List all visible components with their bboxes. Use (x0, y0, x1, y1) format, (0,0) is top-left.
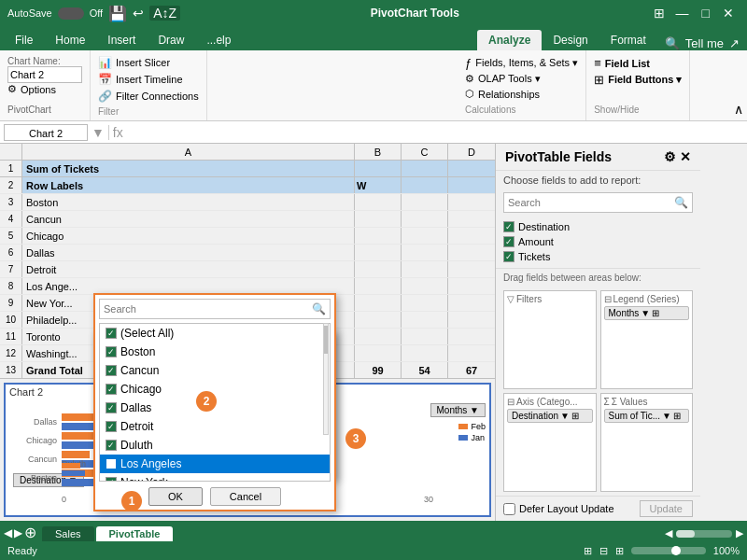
tab-file[interactable]: File (4, 30, 44, 50)
add-sheet-btn[interactable]: ⊕ (24, 524, 36, 541)
save-icon[interactable]: 💾 (108, 5, 127, 22)
pivot-close-icon[interactable]: ✕ (680, 149, 691, 164)
pivot-legend-area[interactable]: ⊟ Legend (Series) Months ▼ ⊞ (600, 290, 694, 389)
filter-newyork[interactable]: ✓ New York (100, 473, 330, 482)
defer-checkbox-group[interactable]: Defer Layout Update (503, 503, 614, 515)
pivot-check-tickets[interactable]: ✓ (503, 251, 514, 262)
destination-item-dropdown[interactable]: ▼ (560, 411, 570, 421)
tab-format[interactable]: Format (599, 30, 657, 50)
close-btn[interactable]: ✕ (717, 6, 740, 21)
pivot-values-area[interactable]: Σ Σ Values Sum of Tic... ▼ ⊞ (600, 393, 694, 492)
destination-item-label: Destination (512, 411, 558, 421)
pivot-axis-area[interactable]: ⊟ Axis (Catego... Destination ▼ ⊞ (503, 393, 597, 492)
hscroll-right[interactable]: ▶ (736, 527, 743, 539)
name-box[interactable]: Chart 2 (4, 124, 88, 141)
months-dropdown-icon[interactable]: ▼ (641, 308, 650, 318)
maximize-btn[interactable]: □ (697, 6, 715, 21)
pivot-check-amount[interactable]: ✓ (503, 236, 514, 247)
hscroll-left[interactable]: ◀ (665, 527, 672, 539)
field-list-btn[interactable]: ≡ Field List (594, 56, 682, 70)
pivot-field-destination[interactable]: ✓ Destination (503, 219, 693, 234)
insert-timeline-btn[interactable]: 📅 Insert Timeline (98, 73, 199, 86)
filter-ok-btn[interactable]: OK (148, 487, 203, 506)
months-filter-btn[interactable]: Months ▼ (430, 403, 486, 417)
cell-1a[interactable]: Sum of Tickets (22, 161, 355, 176)
olap-tools-btn[interactable]: ⚙ OLAP Tools ▾ (465, 73, 578, 85)
tab-design[interactable]: Design (542, 30, 599, 50)
pivot-destination-item[interactable]: Destination ▼ ⊞ (507, 409, 593, 423)
formula-expand-icon[interactable]: ▼ (92, 125, 105, 140)
filter-duluth[interactable]: ✓ Duluth (100, 436, 330, 455)
hscroll-track[interactable] (676, 530, 732, 538)
filter-scrollbar-thumb[interactable] (324, 326, 328, 354)
autosave-label: AutoSave (7, 7, 52, 19)
tab-home[interactable]: Home (44, 30, 96, 50)
pivot-check-destination[interactable]: ✓ (503, 221, 514, 232)
pivot-field-tickets[interactable]: ✓ Tickets (503, 249, 693, 264)
months-move-icon[interactable]: ⊞ (652, 308, 659, 318)
cell-6a[interactable]: Dallas (22, 245, 355, 260)
share-icon[interactable]: ↗ (729, 36, 740, 50)
cell-2a[interactable]: Row Labels (22, 177, 355, 193)
cell-8b (355, 278, 402, 294)
update-btn[interactable]: Update (640, 500, 693, 517)
defer-checkbox[interactable] (503, 503, 515, 515)
sort-icon[interactable]: A↕Z (149, 6, 180, 21)
cell-5a[interactable]: Chicago (22, 228, 355, 244)
pivot-months-item[interactable]: Months ▼ ⊞ (604, 306, 690, 320)
tab-insert[interactable]: Insert (96, 30, 147, 50)
options-btn[interactable]: ⚙ Options (7, 83, 82, 95)
filter-connections-label: Filter Connections (116, 91, 199, 102)
pivot-filters-area[interactable]: ▽ Filters (503, 290, 597, 389)
cell-3a[interactable]: Boston (22, 194, 355, 210)
cell-4a[interactable]: Cancun (22, 211, 355, 227)
sheet-nav-left[interactable]: ◀ (4, 526, 12, 539)
view-normal-icon[interactable]: ⊞ (584, 545, 592, 557)
tab-draw[interactable]: Draw (147, 30, 195, 50)
pivot-search-box[interactable]: 🔍 (503, 192, 693, 213)
relationships-btn[interactable]: ⬡ Relationships (465, 88, 578, 100)
search-icon[interactable]: 🔍 (665, 36, 680, 50)
destination-item-move[interactable]: ⊞ (571, 411, 579, 421)
filter-search-input[interactable] (104, 303, 308, 315)
zoom-slider[interactable] (631, 547, 706, 554)
pivot-field-amount[interactable]: ✓ Amount (503, 234, 693, 249)
filter-scrollbar[interactable] (323, 323, 329, 435)
cell-8a[interactable]: Los Ange... (22, 278, 355, 294)
sheet-tab-pivottable[interactable]: PivotTable (96, 526, 174, 541)
sumtickets-move[interactable]: ⊞ (673, 411, 681, 421)
filter-losangeles[interactable]: Los Angeles (100, 455, 330, 473)
filter-search-box[interactable]: 🔍 (99, 299, 331, 319)
cell-10b (355, 312, 402, 328)
minimize-btn[interactable]: — (670, 6, 695, 21)
ribbon-collapse: ∧ (690, 50, 747, 120)
sheet-nav-right[interactable]: ▶ (14, 526, 22, 539)
filter-detroit[interactable]: ✓ Detroit (100, 417, 330, 436)
relationships-icon: ⬡ (465, 88, 474, 100)
view-layout-icon[interactable]: ⊟ (599, 545, 608, 557)
spacer (242, 26, 477, 50)
pivot-settings-icon[interactable]: ⚙ (664, 149, 676, 164)
filter-connections-btn[interactable]: 🔗 Filter Connections (98, 90, 199, 103)
filter-boston[interactable]: ✓ Boston (100, 343, 330, 361)
tab-analyze[interactable]: Analyze (477, 30, 542, 50)
tab-help[interactable]: ...elp (195, 30, 242, 50)
view-page-icon[interactable]: ⊞ (615, 545, 624, 557)
filter-cancel-btn[interactable]: Cancel (210, 487, 281, 506)
filter-select-all[interactable]: ✓ (Select All) (100, 324, 330, 343)
hscroll-thumb[interactable] (676, 530, 695, 538)
field-buttons-btn[interactable]: ⊞ Field Buttons ▾ (594, 73, 682, 87)
insert-slicer-btn[interactable]: 📊 Insert Slicer (98, 56, 199, 69)
fields-items-sets-btn[interactable]: ƒ Fields, Items, & Sets ▾ (465, 56, 578, 70)
pivot-search-input[interactable] (508, 197, 670, 208)
zoom-thumb[interactable] (671, 546, 681, 555)
cell-7a[interactable]: Detroit (22, 261, 355, 277)
autosave-toggle[interactable] (58, 7, 84, 20)
pivot-sumtickets-item[interactable]: Sum of Tic... ▼ ⊞ (604, 409, 690, 423)
sheet-tab-sales[interactable]: Sales (42, 526, 94, 541)
chart-name-input[interactable] (7, 66, 82, 83)
filter-cancun[interactable]: ✓ Cancun (100, 361, 330, 380)
sumtickets-dropdown[interactable]: ▼ (662, 411, 671, 421)
undo-icon[interactable]: ↩ (133, 6, 144, 21)
collapse-ribbon-icon[interactable]: ∧ (734, 102, 743, 117)
